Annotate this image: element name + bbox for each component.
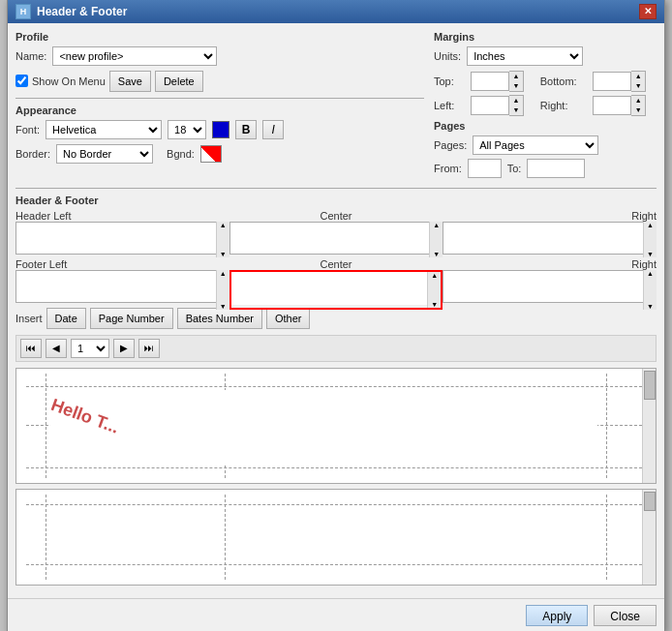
from-value[interactable]: 1 [468,159,502,178]
to-label: To: [507,163,522,174]
last-page-button[interactable]: ⏭ [138,339,160,358]
bold-button[interactable]: B [235,120,257,139]
left-spin-down[interactable]: ▼ [509,105,523,115]
italic-button[interactable]: I [262,120,284,139]
appearance-section-title: Appearance [15,105,424,116]
header-left-scrollbar: ▲ ▼ [216,222,229,257]
prev-page-button[interactable]: ◀ [46,339,67,358]
divider2 [15,188,657,189]
right-panel: Margins Units: Inches Top: 0.5 ▲ ▼ [434,31,657,182]
main-window: H Header & Footer ✕ Profile Name: <new p… [7,0,665,631]
preview-page-1: Hello T... [50,390,597,464]
footer-scroll-up2[interactable]: ▲ [428,272,441,279]
bates-number-button[interactable]: Bates Number [177,308,262,329]
bottom-spin-down[interactable]: ▼ [631,81,645,91]
close-icon[interactable]: ✕ [639,4,657,19]
to-value[interactable]: Last Page [527,159,585,178]
header-left-input[interactable] [15,222,229,255]
bottom-spin-up[interactable]: ▲ [631,72,645,81]
preview-area-1: Hello T... [15,368,657,484]
delete-button[interactable]: Delete [155,71,203,92]
insert-row: Insert Date Page Number Bates Number Oth… [15,308,657,329]
footer-scroll-down1[interactable]: ▼ [217,303,229,310]
bgnd-color-box[interactable] [200,145,222,163]
right-spin-down[interactable]: ▼ [631,105,645,115]
profile-name-select[interactable]: <new profile> [52,46,217,66]
footer-scroll-down3[interactable]: ▼ [644,303,657,310]
units-row: Units: Inches [434,46,657,66]
left-spin-up[interactable]: ▲ [509,96,523,105]
from-to-row: From: 1 To: Last Page [434,159,657,178]
apply-button[interactable]: Apply [526,605,588,626]
footer-inputs-row: ▲ ▼ ▲ ▼ ▲ ▼ [15,270,657,303]
page-number-button[interactable]: Page Number [90,308,173,329]
footer-scroll-up1[interactable]: ▲ [217,270,229,277]
right-spin-up[interactable]: ▲ [631,96,645,105]
font-color-box[interactable] [212,121,229,138]
next-page-button[interactable]: ▶ [113,339,135,358]
scroll-down-icon3[interactable]: ▼ [644,251,657,257]
dashed-line-right [606,374,607,478]
date-button[interactable]: Date [46,308,86,329]
first-page-button[interactable]: ⏮ [20,339,42,358]
footer-center-input[interactable] [231,272,442,305]
preview-scrollbar-1[interactable] [642,369,656,483]
top-spin-down[interactable]: ▼ [509,81,523,91]
header-right-input[interactable] [443,222,657,255]
preview-scrollbar-2[interactable] [642,490,656,585]
right-value[interactable]: 1 [593,96,631,115]
scroll-down-icon2[interactable]: ▼ [430,251,443,257]
scroll-up-icon2[interactable]: ▲ [430,222,443,228]
units-label: Units: [434,50,461,62]
dashed-line2-top [26,504,642,505]
dashed-line2-bottom [26,564,642,565]
left-spin: 1 ▲ ▼ [471,95,535,116]
dashed-line2-left [46,495,46,580]
units-select[interactable]: Inches [467,46,583,66]
font-select[interactable]: Helvetica [46,120,162,139]
bottom-spin: 0.5 ▲ ▼ [593,71,657,92]
save-button[interactable]: Save [109,71,151,92]
header-left-cell: ▲ ▼ [15,222,229,257]
top-value[interactable]: 0.5 [471,72,509,91]
footer-left-scrollbar: ▲ ▼ [216,270,229,310]
header-center-input[interactable] [229,222,443,255]
scroll-up-icon3[interactable]: ▲ [644,222,657,228]
pages-select[interactable]: All Pages [473,135,598,155]
footer-scroll-up3[interactable]: ▲ [644,270,657,277]
left-panel: Profile Name: <new profile> Show On Menu… [15,31,424,182]
footer-right-input[interactable] [443,270,657,303]
footer-left-input[interactable] [15,270,229,303]
preview-diagonal-text: Hello T... [50,395,122,438]
left-label: Left: [434,100,465,111]
header-right-cell: ▲ ▼ [443,222,657,257]
header-center-cell: ▲ ▼ [229,222,443,257]
show-on-menu-checkbox[interactable] [15,75,28,87]
bottom-value[interactable]: 0.5 [593,72,631,91]
footer-right-scrollbar: ▲ ▼ [643,270,657,310]
border-row: Border: No Border Bgnd: [15,144,424,164]
page-num-select[interactable]: 1 [71,339,109,358]
top-spin-buttons: ▲ ▼ [509,71,524,92]
header-right-scrollbar: ▲ ▼ [643,222,657,257]
left-spin-buttons: ▲ ▼ [509,95,524,116]
top-label: Top: [434,75,465,87]
dashed-line2-center [225,495,226,580]
right-label: Right: [540,100,588,111]
font-size-select[interactable]: 18 [168,120,206,139]
close-button[interactable]: Close [594,605,657,626]
footer-center-scrollbar: ▲ ▼ [427,272,441,308]
top-spin-up[interactable]: ▲ [509,72,523,81]
scroll-up-icon[interactable]: ▲ [217,222,229,228]
footer-right-cell: ▲ ▼ [443,270,657,310]
footer-left-label: Footer Left [15,258,229,270]
footer-scroll-down2[interactable]: ▼ [428,301,441,308]
other-button[interactable]: Other [266,308,311,329]
border-select[interactable]: No Border [56,144,153,164]
navigation-bar: ⏮ ◀ 1 ▶ ⏭ [15,335,657,362]
scroll-down-icon[interactable]: ▼ [217,251,229,257]
bgnd-label: Bgnd: [167,148,195,160]
left-value[interactable]: 1 [471,96,509,115]
dashed-line2-right [606,495,607,580]
footer-center-label: Center [229,258,443,270]
